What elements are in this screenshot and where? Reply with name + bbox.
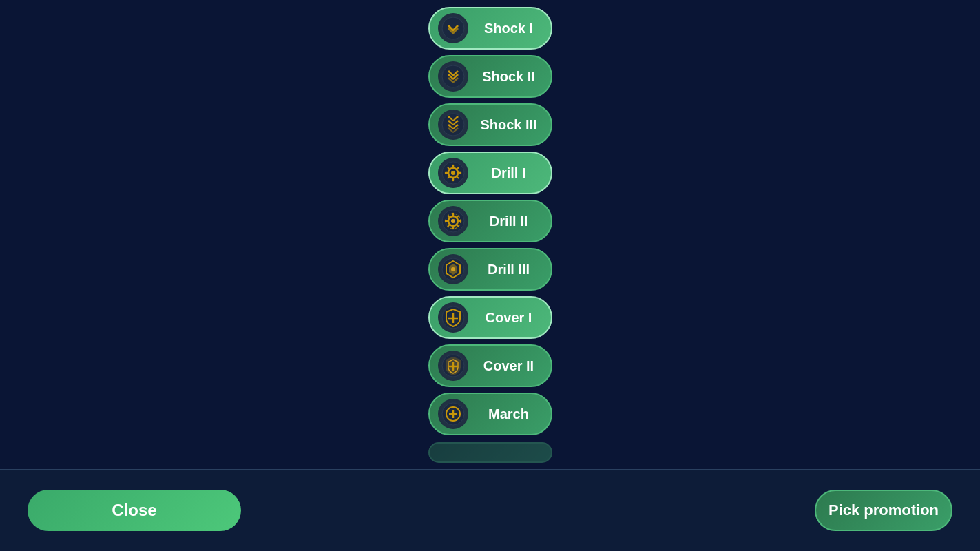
cover-ii-label: Cover II <box>475 358 543 374</box>
cover-ii-icon <box>438 351 468 381</box>
shock-i-icon <box>438 13 468 43</box>
svg-point-25 <box>451 219 455 223</box>
cover-i-label: Cover I <box>475 310 543 326</box>
drill-iii-icon <box>438 254 468 284</box>
drill-i-label: Drill I <box>475 165 543 181</box>
march-label: March <box>475 406 543 422</box>
march-button[interactable]: March <box>428 393 552 435</box>
svg-point-14 <box>451 171 455 175</box>
shock-ii-button[interactable]: Shock II <box>428 55 552 98</box>
drill-iii-label: Drill III <box>475 262 543 278</box>
pick-promotion-button[interactable]: Pick promotion <box>815 490 952 531</box>
cover-ii-button[interactable]: Cover II <box>428 344 552 387</box>
shock-i-label: Shock I <box>475 21 543 37</box>
drill-i-button[interactable]: Drill I <box>428 152 552 194</box>
shock-iii-label: Shock III <box>475 117 543 133</box>
drill-ii-label: Drill II <box>475 214 543 229</box>
drill-iii-button[interactable]: Drill III <box>428 248 552 291</box>
cover-i-icon <box>438 302 468 333</box>
more-button-hint <box>428 442 552 463</box>
drill-ii-button[interactable]: Drill II <box>428 200 552 242</box>
close-label: Close <box>112 501 156 520</box>
shock-iii-button[interactable]: Shock III <box>428 103 552 146</box>
drill-ii-icon <box>438 206 468 236</box>
shock-ii-label: Shock II <box>475 69 543 85</box>
pick-label: Pick promotion <box>828 501 939 519</box>
shock-iii-icon <box>438 110 468 140</box>
svg-point-0 <box>442 17 464 39</box>
drill-i-icon <box>438 158 468 188</box>
march-icon <box>438 399 468 429</box>
close-button[interactable]: Close <box>28 490 241 531</box>
shock-i-button[interactable]: Shock I <box>428 7 552 50</box>
shock-ii-icon <box>438 61 468 92</box>
cover-i-button[interactable]: Cover I <box>428 296 552 339</box>
bottom-bar: Close Pick promotion <box>0 470 980 551</box>
promotion-list: Shock I Shock II Shock III <box>0 0 980 468</box>
svg-point-38 <box>451 267 455 271</box>
